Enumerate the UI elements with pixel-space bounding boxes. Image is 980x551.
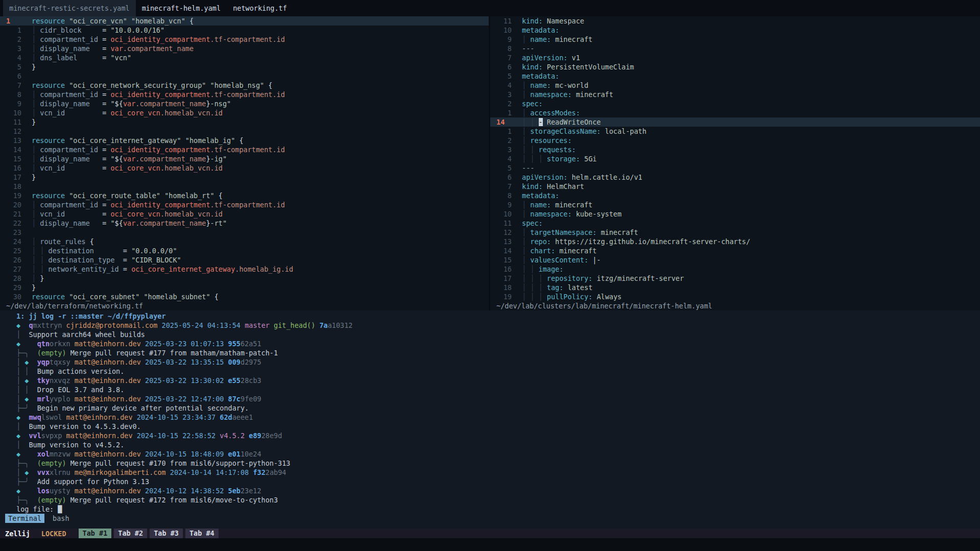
code-line[interactable]: 5metadata: (490, 71, 980, 81)
code-line[interactable]: 9│ display_name = "${var.compartment_nam… (0, 99, 489, 108)
code-line[interactable]: 3│ namespace: minecraft (490, 90, 980, 99)
terminal-line[interactable]: ├─╮ (empty) Merge pull request #172 from… (0, 495, 980, 505)
terminal-line[interactable]: ◆ qmxttryn cjriddz@protonmail.com 2025-0… (0, 321, 980, 330)
terminal-pane[interactable]: 1: jj log -r ::master ~/d/ffpyplayer◆ qm… (0, 310, 980, 529)
code-line[interactable]: 15│ valuesContent: |- (490, 255, 980, 265)
code-line[interactable]: 12│ targetNamespace: minecraft (490, 228, 980, 237)
code-line[interactable]: 7resource "oci_core_network_security_gro… (0, 81, 489, 90)
code-line[interactable]: 6 (0, 71, 489, 81)
terminal-line[interactable]: ◆ losuysty matt@einhorn.dev 2024-10-12 1… (0, 486, 980, 495)
editor-left-code: 1resource "oci_core_vcn" "homelab_vcn" {… (0, 16, 489, 301)
code-line[interactable]: 3│ display_name = var.compartment_name (0, 44, 489, 53)
terminal-line[interactable]: │ ◆ yqptqxsy matt@einhorn.dev 2025-03-22… (0, 357, 980, 367)
code-line[interactable]: 8--- (490, 44, 980, 53)
code-line[interactable]: 1resource "oci_core_vcn" "homelab_vcn" { (0, 16, 489, 26)
editor-pane-minecraft-helm-yaml[interactable]: 11kind: Namespace10metadata:9│ name: min… (490, 16, 980, 310)
code-line[interactable]: 6apiVersion: helm.cattle.io/v1 (490, 173, 980, 182)
terminal-line[interactable]: ├─╮ (empty) Merge pull request #170 from… (0, 459, 980, 468)
code-line[interactable]: 10│ vcn_id = oci_core_vcn.homelab_vcn.id (0, 108, 489, 117)
code-line[interactable]: 11spec: (490, 219, 980, 228)
code-line[interactable]: 13│ repo: https://itzg.github.io/minecra… (490, 237, 980, 246)
code-line[interactable]: 2│ resources: (490, 136, 980, 145)
code-line[interactable]: 6kind: PersistentVolumeClaim (490, 62, 980, 71)
terminal-line[interactable]: ◆ qtnorkxn matt@einhorn.dev 2025-03-23 0… (0, 339, 980, 348)
code-line[interactable]: 28│ } (0, 274, 489, 283)
zellij-tab-4[interactable]: Tab #4 (185, 529, 219, 538)
zellij-tab-1[interactable]: Tab #1 (79, 529, 112, 538)
code-line[interactable]: 5--- (490, 163, 980, 173)
code-line[interactable]: 8│ compartment_id = oci_identity_compart… (0, 90, 489, 99)
terminal-line[interactable]: ├─╮ (empty) Merge pull request #177 from… (0, 348, 980, 357)
code-line[interactable]: 4│ name: mc-world (490, 81, 980, 90)
code-line[interactable]: 29} (0, 283, 489, 292)
code-line[interactable]: 4│ │ │ storage: 5Gi (490, 154, 980, 163)
code-line[interactable]: 15│ display_name = "${var.compartment_na… (0, 154, 489, 163)
code-line[interactable]: 17} (0, 173, 489, 182)
code-line[interactable]: 9│ name: minecraft (490, 35, 980, 44)
zellij-tab-3[interactable]: Tab #3 (150, 529, 183, 538)
code-line[interactable]: 23 (0, 228, 489, 237)
code-line[interactable]: 14│ │ - ReadWriteOnce (490, 117, 980, 127)
code-line[interactable]: 4│ dns_label = "vcn" (0, 53, 489, 62)
terminal-line[interactable]: │ Bump version to v4.5.2. (0, 440, 980, 449)
code-line[interactable]: 10metadata: (490, 26, 980, 35)
line-number: 7 (6, 81, 21, 90)
code-line[interactable]: 17│ │ │ repository: itzg/minecraft-serve… (490, 274, 980, 283)
code-line[interactable]: 11} (0, 117, 489, 127)
code-line[interactable]: 25│ │ destination = "0.0.0.0/0" (0, 246, 489, 255)
code-line[interactable]: 12 (0, 127, 489, 136)
buffer-tab-networking[interactable]: networking.tf (227, 0, 293, 16)
buffer-tab-minecraft-restic-secrets[interactable]: minecraft-restic-secrets.yaml (3, 0, 136, 16)
line-number: 5 (496, 71, 512, 81)
editor-pane-networking-tf[interactable]: 1resource "oci_core_vcn" "homelab_vcn" {… (0, 16, 489, 310)
terminal-tab-terminal[interactable]: Terminal (5, 514, 44, 523)
code-line[interactable]: 18 (0, 182, 489, 191)
terminal-tab-bash[interactable]: bash (50, 514, 73, 523)
code-line[interactable]: 22│ display_name = "${var.compartment_na… (0, 219, 489, 228)
terminal-line[interactable]: │ ◆ mrlyvplo matt@einhorn.dev 2025-03-22… (0, 394, 980, 403)
terminal-line[interactable]: │ ◆ vvxxlrnu me@mirkogalimberti.com 2024… (0, 468, 980, 477)
code-line[interactable]: 14│ chart: minecraft (490, 246, 980, 255)
zellij-tab-2[interactable]: Tab #2 (114, 529, 147, 538)
code-line[interactable]: 16│ vcn_id = oci_core_vcn.homelab_vcn.id (0, 163, 489, 173)
terminal-line[interactable]: ◆ xolmnzvw matt@einhorn.dev 2024-10-15 1… (0, 449, 980, 459)
code-line[interactable]: 21│ vcn_id = oci_core_vcn.homelab_vcn.id (0, 209, 489, 219)
terminal-line[interactable]: ├─╯ Begin new primary device after poten… (0, 403, 980, 413)
terminal-line[interactable]: │ Bump version to 4.5.3.dev0. (0, 422, 980, 431)
terminal-line[interactable]: ◆ mwqlswol matt@einhorn.dev 2024-10-15 2… (0, 413, 980, 422)
code-line[interactable]: 24│ route_rules { (0, 237, 489, 246)
code-line[interactable]: 26│ │ destination_type = "CIDR_BLOCK" (0, 255, 489, 265)
code-line[interactable]: 2│ compartment_id = oci_identity_compart… (0, 35, 489, 44)
code-line[interactable]: 27│ │ network_entity_id = oci_core_inter… (0, 265, 489, 274)
terminal-line[interactable]: │ Support aarch64 wheel builds (0, 330, 980, 339)
code-line[interactable]: 19│ │ │ pullPolicy: Always (490, 292, 980, 301)
terminal-line[interactable]: │ │ Drop EOL 3.7 and 3.8. (0, 385, 980, 394)
code-line[interactable]: 1│ storageClassName: local-path (490, 127, 980, 136)
code-line[interactable]: 2spec: (490, 99, 980, 108)
code-line[interactable]: 18│ │ │ tag: latest (490, 283, 980, 292)
terminal-line[interactable]: ◆ vvlsvpxp matt@einhorn.dev 2024-10-15 2… (0, 431, 980, 440)
terminal-line[interactable]: │ ◆ tkynxvqz matt@einhorn.dev 2025-03-22… (0, 376, 980, 385)
buffer-tab-minecraft-helm[interactable]: minecraft-helm.yaml (136, 0, 227, 16)
code-line[interactable]: 11kind: Namespace (490, 16, 980, 26)
code-line[interactable]: 7apiVersion: v1 (490, 53, 980, 62)
code-line[interactable]: 1│ cidr_block = "10.0.0.0/16" (0, 26, 489, 35)
terminal-line[interactable]: 1: jj log -r ::master ~/d/ffpyplayer (0, 312, 980, 321)
code-line[interactable]: 16│ │ image: (490, 265, 980, 274)
code-line[interactable]: 10│ namespace: kube-system (490, 209, 980, 219)
code-line[interactable]: 1│ accessModes: (490, 108, 980, 117)
terminal-line[interactable]: │ │ Bump actions version. (0, 367, 980, 376)
code-line[interactable]: 30resource "oci_core_subnet" "homelab_su… (0, 292, 489, 301)
terminal-text: │ Bump version to v4.5.2. (6, 440, 124, 449)
terminal-line[interactable]: ├─╯ Add support for Python 3.13 (0, 477, 980, 486)
terminal-line[interactable]: log file: █ (0, 505, 980, 514)
code-line[interactable]: 14│ compartment_id = oci_identity_compar… (0, 145, 489, 154)
code-line[interactable]: 13resource "oci_core_internet_gateway" "… (0, 136, 489, 145)
code-line[interactable]: 8metadata: (490, 191, 980, 200)
code-line[interactable]: 5} (0, 62, 489, 71)
code-line[interactable]: 7kind: HelmChart (490, 182, 980, 191)
code-line[interactable]: 3│ │ requests: (490, 145, 980, 154)
code-line[interactable]: 20│ compartment_id = oci_identity_compar… (0, 200, 489, 209)
code-line[interactable]: 19resource "oci_core_route_table" "homel… (0, 191, 489, 200)
code-line[interactable]: 9│ name: minecraft (490, 200, 980, 209)
